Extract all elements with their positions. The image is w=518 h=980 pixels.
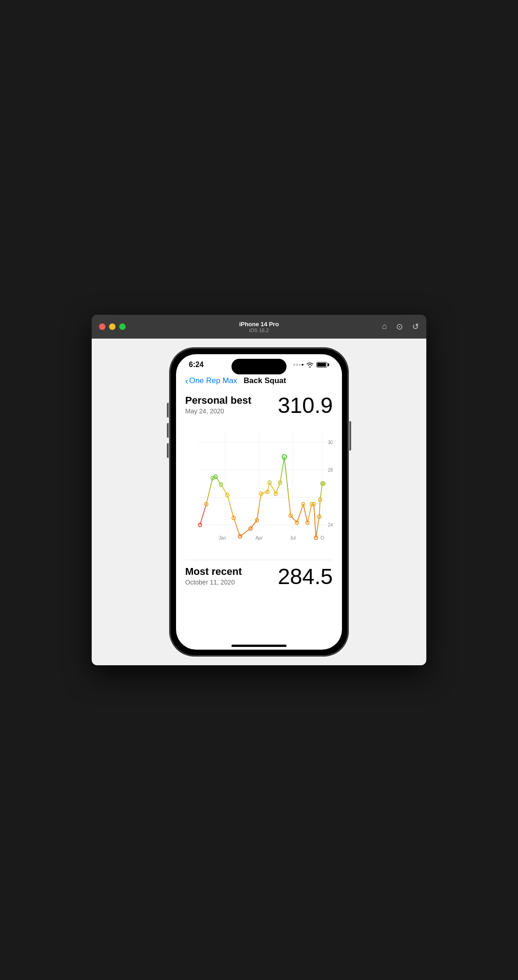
svg-text:Jan: Jan: [219, 535, 226, 540]
most-recent-label: Most recent: [185, 566, 242, 578]
personal-best-label: Personal best: [185, 395, 251, 406]
svg-text:Apr: Apr: [255, 535, 263, 540]
battery-icon: [316, 362, 329, 368]
simulator-frame: 6:24: [92, 339, 426, 665]
personal-best-date: May 24, 2020: [185, 407, 251, 415]
device-name: iPhone 14 Pro: [239, 321, 279, 328]
personal-best-info: Personal best May 24, 2020: [185, 395, 251, 415]
mac-titlebar: iPhone 14 Pro iOS 16.2 ⌂ ⊙ ↺: [92, 315, 426, 339]
back-button[interactable]: ‹ One Rep Max: [185, 376, 237, 385]
svg-text:Jul: Jul: [290, 535, 296, 540]
rotate-icon[interactable]: ↺: [412, 322, 419, 332]
chevron-left-icon: ‹: [185, 376, 188, 385]
back-label[interactable]: One Rep Max: [189, 376, 237, 385]
personal-best-row: Personal best May 24, 2020 310.9: [185, 395, 333, 417]
minimize-button[interactable]: [109, 323, 116, 330]
personal-best-value: 310.9: [278, 395, 333, 417]
most-recent-info: Most recent October 11, 2020: [185, 566, 242, 586]
most-recent-row: Most recent October 11, 2020 284.5: [185, 566, 333, 588]
home-bar: [231, 645, 287, 647]
signal-icon: [293, 364, 303, 366]
content-area: Personal best May 24, 2020 310.9: [176, 391, 342, 604]
home-icon[interactable]: ⌂: [382, 322, 387, 332]
device-os: iOS 16.2: [239, 328, 279, 333]
page-title: Back Squat: [244, 376, 287, 385]
maximize-button[interactable]: [119, 323, 126, 330]
svg-text:300: 300: [328, 440, 333, 445]
iphone-screen: 6:24: [176, 354, 342, 650]
svg-text:240: 240: [328, 522, 333, 528]
wifi-icon: [306, 362, 314, 368]
line-chart: 300 280 240: [185, 424, 333, 552]
dynamic-island: [231, 359, 287, 374]
most-recent-value: 284.5: [278, 566, 333, 588]
mac-window-controls[interactable]: [99, 323, 126, 330]
mac-window: iPhone 14 Pro iOS 16.2 ⌂ ⊙ ↺ 6:24: [92, 315, 426, 665]
home-indicator: [176, 641, 342, 650]
mac-title: iPhone 14 Pro iOS 16.2: [239, 321, 279, 333]
screenshot-icon[interactable]: ⊙: [396, 322, 403, 332]
status-icons: [293, 362, 329, 368]
most-recent-date: October 11, 2020: [185, 579, 242, 586]
status-bar: 6:24: [176, 354, 342, 373]
iphone-device: 6:24: [170, 348, 348, 656]
mac-toolbar-icons[interactable]: ⌂ ⊙ ↺: [382, 322, 419, 332]
svg-text:O: O: [320, 535, 324, 540]
chart-container: 300 280 240: [185, 424, 333, 552]
nav-bar: ‹ One Rep Max Back Squat: [176, 373, 342, 391]
section-divider: [185, 560, 333, 560]
close-button[interactable]: [99, 323, 105, 330]
svg-text:280: 280: [328, 467, 333, 473]
status-time: 6:24: [189, 361, 204, 369]
